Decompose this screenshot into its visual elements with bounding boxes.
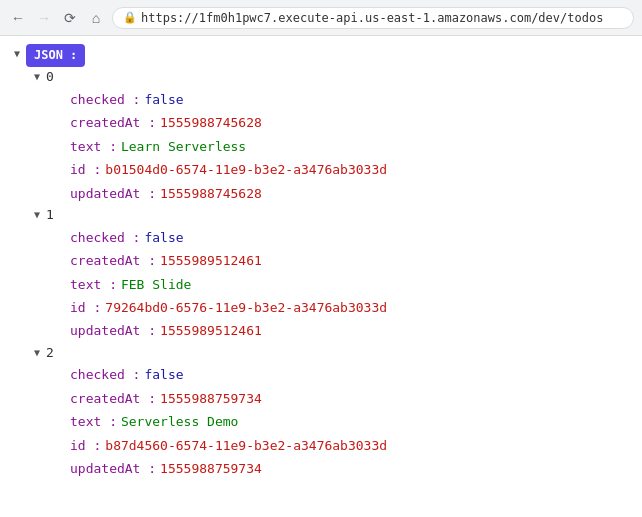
item-0-createdAt-val: 1555988745628 — [160, 111, 262, 134]
item-0-id-row: id : b01504d0-6574-11e9-b3e2-a3476ab3033… — [70, 158, 632, 181]
item-0-index: 0 — [46, 67, 54, 88]
item-2-updatedAt-key: updatedAt : — [70, 457, 156, 480]
item-1-checked-key: checked : — [70, 226, 140, 249]
item-1-checked-val: false — [144, 226, 183, 249]
item-0-index-row: ▼ 0 — [30, 67, 632, 88]
item-2-checked-key: checked : — [70, 363, 140, 386]
item-2-text-val: Serverless Demo — [121, 410, 238, 433]
item-0-createdAt-key: createdAt : — [70, 111, 156, 134]
item-2-createdAt-key: createdAt : — [70, 387, 156, 410]
items-container: ▼ 0 checked : false createdAt : 15559887… — [10, 67, 632, 480]
item-1-text-key: text : — [70, 273, 117, 296]
item-0-text-val: Learn Serverless — [121, 135, 246, 158]
item-0-props: checked : false createdAt : 155598874562… — [30, 88, 632, 205]
item-2-index: 2 — [46, 343, 54, 364]
item-1-props: checked : false createdAt : 155598951246… — [30, 226, 632, 343]
json-badge: JSON : — [26, 44, 85, 67]
item-1-updatedAt-row: updatedAt : 1555989512461 — [70, 319, 632, 342]
item-0-updatedAt-val: 1555988745628 — [160, 182, 262, 205]
item-0-id-key: id : — [70, 158, 101, 181]
item-0: ▼ 0 checked : false createdAt : 15559887… — [10, 67, 632, 205]
item-2-index-row: ▼ 2 — [30, 343, 632, 364]
item-2-text-key: text : — [70, 410, 117, 433]
item-1-id-val: 79264bd0-6576-11e9-b3e2-a3476ab3033d — [105, 296, 387, 319]
item-2-id-row: id : b87d4560-6574-11e9-b3e2-a3476ab3033… — [70, 434, 632, 457]
item-2-updatedAt-row: updatedAt : 1555988759734 — [70, 457, 632, 480]
item-1-collapse[interactable]: ▼ — [30, 208, 44, 222]
reload-button[interactable]: ⟳ — [60, 8, 80, 28]
item-0-checked-key: checked : — [70, 88, 140, 111]
item-0-createdAt-row: createdAt : 1555988745628 — [70, 111, 632, 134]
item-2-updatedAt-val: 1555988759734 — [160, 457, 262, 480]
item-0-updatedAt-row: updatedAt : 1555988745628 — [70, 182, 632, 205]
item-2-text-row: text : Serverless Demo — [70, 410, 632, 433]
browser-toolbar: ← → ⟳ ⌂ 🔒 https://1fm0h1pwc7.execute-api… — [0, 0, 642, 36]
item-1-createdAt-row: createdAt : 1555989512461 — [70, 249, 632, 272]
item-1-updatedAt-val: 1555989512461 — [160, 319, 262, 342]
item-2: ▼ 2 checked : false createdAt : 15559887… — [10, 343, 632, 481]
item-1-text-val: FEB Slide — [121, 273, 191, 296]
back-button[interactable]: ← — [8, 8, 28, 28]
item-0-text-row: text : Learn Serverless — [70, 135, 632, 158]
item-1-index: 1 — [46, 205, 54, 226]
item-2-props: checked : false createdAt : 155598875973… — [30, 363, 632, 480]
item-1-checked-row: checked : false — [70, 226, 632, 249]
json-viewer: ▼ JSON : ▼ 0 checked : false createdAt :… — [0, 36, 642, 517]
item-2-collapse[interactable]: ▼ — [30, 346, 44, 360]
forward-button[interactable]: → — [34, 8, 54, 28]
item-0-collapse[interactable]: ▼ — [30, 70, 44, 84]
item-2-checked-val: false — [144, 363, 183, 386]
item-1-index-row: ▼ 1 — [30, 205, 632, 226]
item-1-createdAt-key: createdAt : — [70, 249, 156, 272]
item-0-id-val: b01504d0-6574-11e9-b3e2-a3476ab3033d — [105, 158, 387, 181]
item-2-createdAt-row: createdAt : 1555988759734 — [70, 387, 632, 410]
item-0-updatedAt-key: updatedAt : — [70, 182, 156, 205]
item-1-text-row: text : FEB Slide — [70, 273, 632, 296]
root-node: ▼ JSON : — [10, 44, 632, 67]
item-1-id-row: id : 79264bd0-6576-11e9-b3e2-a3476ab3033… — [70, 296, 632, 319]
item-0-checked-val: false — [144, 88, 183, 111]
item-2-createdAt-val: 1555988759734 — [160, 387, 262, 410]
home-button[interactable]: ⌂ — [86, 8, 106, 28]
url-text: https://1fm0h1pwc7.execute-api.us-east-1… — [141, 11, 603, 25]
item-0-text-key: text : — [70, 135, 117, 158]
item-1-updatedAt-key: updatedAt : — [70, 319, 156, 342]
item-2-checked-row: checked : false — [70, 363, 632, 386]
address-bar[interactable]: 🔒 https://1fm0h1pwc7.execute-api.us-east… — [112, 7, 634, 29]
item-1: ▼ 1 checked : false createdAt : 15559895… — [10, 205, 632, 343]
item-1-createdAt-val: 1555989512461 — [160, 249, 262, 272]
root-collapse[interactable]: ▼ — [10, 47, 24, 61]
item-0-checked-row: checked : false — [70, 88, 632, 111]
item-2-id-key: id : — [70, 434, 101, 457]
item-1-id-key: id : — [70, 296, 101, 319]
lock-icon: 🔒 — [123, 11, 137, 24]
item-2-id-val: b87d4560-6574-11e9-b3e2-a3476ab3033d — [105, 434, 387, 457]
